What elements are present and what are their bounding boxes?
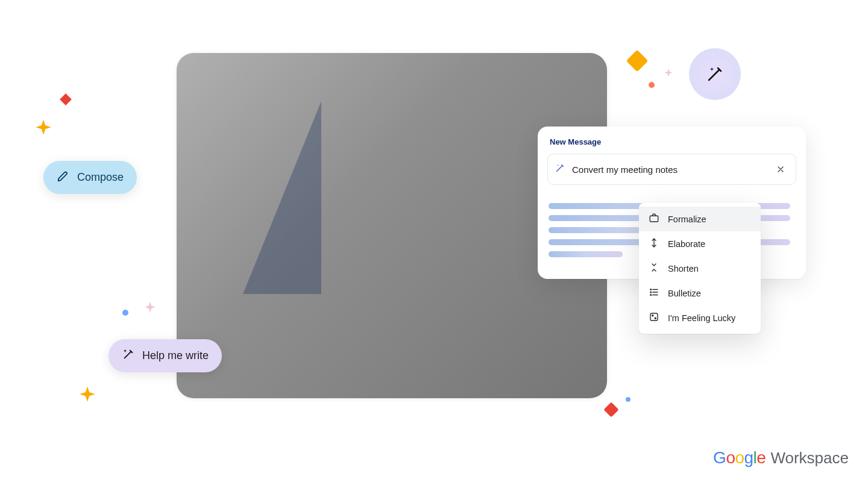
refine-menu: Formalize Elaborate Shorten Bulletize I'… bbox=[639, 203, 761, 334]
svg-point-5 bbox=[652, 315, 653, 316]
menu-item-label: I'm Feeling Lucky bbox=[668, 313, 735, 323]
dot-blue-icon bbox=[122, 310, 128, 316]
sparkle-pink-icon bbox=[662, 67, 675, 81]
expand-vertical-icon bbox=[649, 237, 659, 250]
magic-wand-badge bbox=[689, 48, 741, 100]
menu-item-label: Elaborate bbox=[668, 239, 705, 249]
menu-item-label: Shorten bbox=[668, 264, 699, 274]
card-title: New Message bbox=[550, 137, 795, 146]
google-workspace-logo: Google Workspace bbox=[713, 448, 849, 468]
svg-point-3 bbox=[650, 295, 652, 296]
close-button[interactable] bbox=[773, 161, 788, 177]
sparkle-pink-icon bbox=[141, 300, 159, 318]
svg-rect-4 bbox=[650, 313, 658, 321]
menu-item-formalize[interactable]: Formalize bbox=[639, 207, 761, 231]
menu-item-bulletize[interactable]: Bulletize bbox=[639, 281, 761, 305]
help-me-write-button[interactable]: Help me write bbox=[108, 339, 222, 372]
magic-wand-icon bbox=[122, 348, 135, 364]
menu-item-shorten[interactable]: Shorten bbox=[639, 256, 761, 281]
diamond-red-icon bbox=[603, 402, 618, 417]
list-icon bbox=[649, 287, 659, 299]
dice-icon bbox=[649, 311, 659, 324]
prompt-text: Convert my meeting notes bbox=[572, 164, 678, 175]
svg-point-1 bbox=[650, 289, 652, 290]
menu-item-label: Bulletize bbox=[668, 289, 701, 298]
briefcase-icon bbox=[649, 213, 659, 225]
magic-wand-icon bbox=[555, 163, 565, 175]
svg-rect-0 bbox=[650, 216, 658, 222]
collapse-vertical-icon bbox=[649, 262, 659, 275]
dot-blue-icon bbox=[626, 397, 631, 402]
dot-red-icon bbox=[649, 82, 655, 88]
pen-icon bbox=[57, 169, 70, 186]
sparkle-yellow-icon bbox=[77, 386, 98, 406]
menu-item-elaborate[interactable]: Elaborate bbox=[639, 231, 761, 256]
google-wordmark: Google bbox=[713, 448, 766, 468]
diamond-yellow-icon bbox=[626, 50, 649, 72]
prompt-input[interactable]: Convert my meeting notes bbox=[547, 154, 796, 185]
help-me-write-label: Help me write bbox=[142, 349, 209, 362]
menu-item-feeling-lucky[interactable]: I'm Feeling Lucky bbox=[639, 305, 761, 330]
svg-point-2 bbox=[650, 292, 652, 293]
compose-label: Compose bbox=[77, 171, 124, 184]
workspace-wordmark: Workspace bbox=[770, 449, 849, 468]
sparkle-yellow-icon bbox=[33, 119, 54, 139]
menu-item-label: Formalize bbox=[668, 214, 706, 224]
compose-button[interactable]: Compose bbox=[43, 161, 137, 194]
svg-point-6 bbox=[655, 318, 656, 319]
diamond-red-icon bbox=[60, 93, 72, 105]
